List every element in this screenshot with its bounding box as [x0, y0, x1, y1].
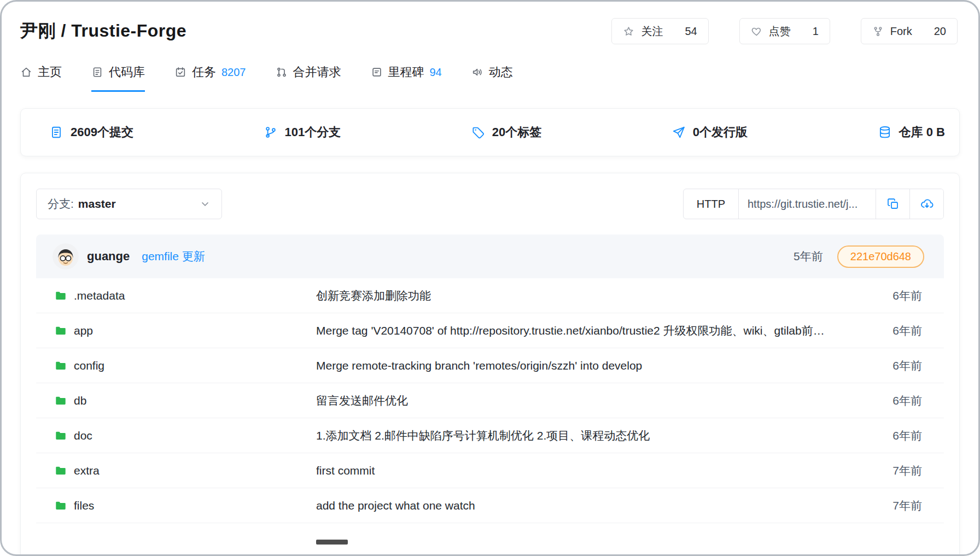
table-row: config Merge remote-tracking branch 'rem… — [36, 348, 944, 383]
table-row: extra first commit 7年前 — [36, 453, 944, 488]
watch-count: 54 — [685, 25, 697, 38]
table-row: db 留言发送邮件优化 6年前 — [36, 383, 944, 418]
branch-selector[interactable]: 分支: master — [36, 189, 222, 219]
folder-icon — [55, 395, 67, 407]
file-name-link[interactable]: doc — [74, 429, 92, 442]
table-row: .metadata 创新竞赛添加删除功能 6年前 — [36, 278, 944, 313]
watch-label: 关注 — [641, 24, 663, 39]
file-commit-time: 7年前 — [873, 498, 944, 513]
commit-hash-badge[interactable]: 221e70d648 — [837, 245, 924, 268]
home-icon — [20, 66, 32, 78]
activity-speaker-icon — [471, 66, 483, 78]
fork-icon — [872, 26, 884, 37]
page-header: 尹刚 / Trustie-Forge 关注 54 点赞 1 For — [2, 2, 978, 44]
commit-time: 5年前 — [794, 249, 823, 264]
stat-repo-size-label: 仓库 0 B — [899, 124, 945, 141]
download-zip-button[interactable] — [909, 189, 943, 219]
tasks-icon — [174, 66, 186, 78]
file-commit-message[interactable]: add the project what one watch — [316, 499, 873, 512]
file-commit-message[interactable]: 创新竞赛添加删除功能 — [316, 288, 873, 303]
merge-request-icon — [276, 66, 288, 78]
file-commit-message[interactable]: Merge tag 'V20140708' of http://reposito… — [316, 323, 873, 338]
file-name-link[interactable]: files — [74, 499, 94, 512]
folder-icon — [55, 325, 67, 337]
branch-icon — [264, 125, 278, 139]
commits-icon — [49, 125, 63, 139]
watch-button[interactable]: 关注 54 — [611, 18, 708, 44]
star-icon — [623, 26, 634, 37]
tab-milestones[interactable]: 里程碑 94 — [371, 64, 442, 92]
file-table: .metadata 创新竞赛添加删除功能 6年前 app Merge tag '… — [36, 278, 944, 549]
file-name-link[interactable]: .metadata — [74, 289, 125, 302]
fork-label: Fork — [890, 25, 912, 38]
file-commit-message[interactable]: 留言发送邮件优化 — [316, 393, 873, 408]
clone-url-group: HTTP — [683, 189, 944, 219]
clone-url-input[interactable] — [739, 189, 876, 219]
table-row: files add the project what one watch 7年前 — [36, 488, 944, 523]
clipped-text-fragment — [316, 540, 348, 545]
table-row: doc 1.添加文档 2.邮件中缺陷序号计算机制优化 2.项目、课程动态优化 6… — [36, 418, 944, 453]
table-row: app Merge tag 'V20140708' of http://repo… — [36, 313, 944, 348]
file-name-link[interactable]: app — [74, 324, 93, 337]
stat-branches-label: 101个分支 — [285, 124, 341, 141]
copy-icon — [886, 197, 900, 210]
file-name-link[interactable]: config — [74, 359, 104, 372]
tab-activity[interactable]: 动态 — [471, 64, 513, 92]
file-commit-time: 6年前 — [873, 323, 944, 338]
folder-icon — [55, 430, 67, 442]
file-commit-message[interactable]: Merge remote-tracking branch 'remotes/or… — [316, 359, 873, 372]
file-name-link[interactable]: db — [74, 394, 86, 407]
cloud-download-icon — [920, 197, 934, 211]
repo-tabs: 主页 代码库 任务 8207 合并请求 里程碑 94 — [2, 44, 978, 92]
stat-branches[interactable]: 101个分支 — [264, 124, 341, 141]
praise-label: 点赞 — [769, 24, 791, 39]
tab-tasks[interactable]: 任务 8207 — [174, 64, 246, 92]
repo-stats-bar: 2609个提交 101个分支 20个标签 0个发行版 仓库 0 B — [20, 108, 960, 156]
folder-icon — [55, 290, 67, 302]
tag-icon — [471, 125, 485, 139]
tab-tasks-count: 8207 — [221, 66, 246, 79]
stat-releases-label: 0个发行版 — [693, 124, 748, 141]
code-repo-icon — [91, 66, 103, 78]
chevron-down-icon — [200, 198, 211, 209]
fork-count: 20 — [934, 25, 946, 38]
stat-commits-label: 2609个提交 — [71, 124, 133, 141]
avatar[interactable] — [52, 243, 79, 270]
tab-milestones-count: 94 — [430, 66, 442, 79]
latest-commit-bar: guange gemfile 更新 5年前 221e70d648 — [36, 235, 944, 278]
stat-commits[interactable]: 2609个提交 — [49, 124, 133, 141]
stat-tags-label: 20个标签 — [492, 124, 541, 141]
header-actions: 关注 54 点赞 1 Fork 20 — [611, 18, 958, 44]
tab-home[interactable]: 主页 — [20, 64, 62, 92]
clone-protocol-button[interactable]: HTTP — [684, 189, 739, 219]
stat-releases[interactable]: 0个发行版 — [672, 124, 748, 141]
file-commit-time: 6年前 — [873, 393, 944, 408]
file-commit-time: 6年前 — [873, 428, 944, 443]
file-commit-message[interactable]: 1.添加文档 2.邮件中缺陷序号计算机制优化 2.项目、课程动态优化 — [316, 428, 873, 443]
praise-count: 1 — [813, 25, 819, 38]
tab-home-label: 主页 — [38, 64, 62, 80]
tab-activity-label: 动态 — [489, 64, 513, 80]
tab-merge-requests-label: 合并请求 — [293, 64, 341, 80]
stat-repo-size[interactable]: 仓库 0 B — [878, 124, 945, 141]
stat-tags[interactable]: 20个标签 — [471, 124, 541, 141]
database-icon — [878, 125, 892, 139]
copy-url-button[interactable] — [876, 189, 909, 219]
table-row-clipped — [36, 523, 944, 549]
commit-author[interactable]: guange — [87, 249, 130, 264]
app-window: 尹刚 / Trustie-Forge 关注 54 点赞 1 For — [0, 0, 980, 556]
page-title: 尹刚 / Trustie-Forge — [20, 19, 186, 43]
milestone-icon — [371, 66, 383, 78]
tab-merge-requests[interactable]: 合并请求 — [276, 64, 341, 92]
file-name-link[interactable]: extra — [74, 464, 100, 477]
commit-message-link[interactable]: gemfile 更新 — [142, 249, 205, 264]
file-commit-time: 6年前 — [873, 288, 944, 303]
branch-value: master — [78, 197, 116, 210]
fork-button[interactable]: Fork 20 — [861, 18, 958, 44]
file-commit-message[interactable]: first commit — [316, 464, 873, 477]
branch-label: 分支: — [48, 196, 74, 212]
tab-repository-label: 代码库 — [109, 64, 145, 80]
praise-button[interactable]: 点赞 1 — [739, 18, 830, 44]
repo-browser-card: 分支: master HTTP — [20, 173, 960, 556]
tab-repository[interactable]: 代码库 — [91, 64, 145, 92]
